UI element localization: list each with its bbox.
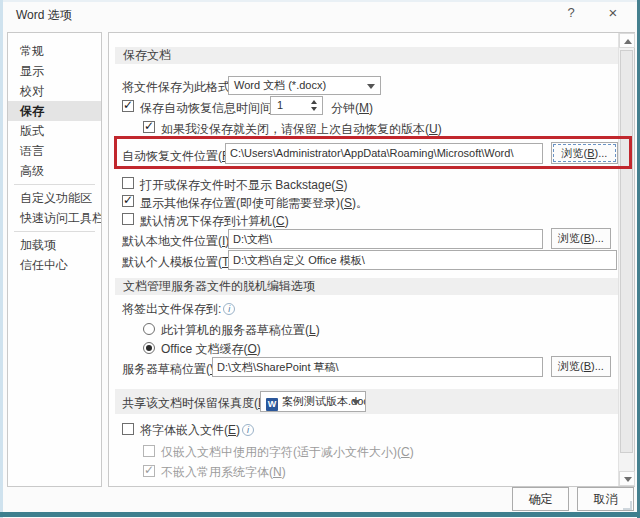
dialog-title: Word 选项 (16, 7, 72, 24)
info-icon (242, 424, 254, 436)
save-format-value: Word 文档 (*.docx) (234, 79, 326, 91)
resize-grip[interactable] (623, 501, 632, 510)
show-other-locations-label: 显示其他保存位置(即使可能需要登录)(S)。 (140, 195, 368, 212)
scroll-down-icon[interactable] (619, 471, 635, 486)
autosave-minutes-suffix: 分钟(M) (331, 100, 373, 117)
sidebar-separator (14, 231, 95, 232)
no-common-fonts-label: 不嵌入常用系统字体(N) (161, 464, 286, 481)
spinner-down-icon[interactable] (311, 107, 317, 111)
fidelity-document-select[interactable]: W案例测试版本.docx (260, 391, 366, 412)
sidebar-item-customize-ribbon[interactable]: 自定义功能区 (8, 188, 101, 208)
sidebar-item-proofing[interactable]: 校对 (8, 81, 101, 101)
save-format-select[interactable]: Word 文档 (*.docx) (228, 76, 381, 95)
spinner-up-icon[interactable] (311, 100, 317, 104)
sidebar-item-display[interactable]: 显示 (8, 61, 101, 81)
embed-fonts-label: 将字体嵌入文件(E) (140, 422, 254, 439)
sidebar-item-layout[interactable]: 版式 (8, 121, 101, 141)
section-header-offline-editing: 文档管理服务器文件的脱机编辑选项 (115, 278, 618, 295)
checkout-save-text: 将签出文件保存到: (122, 302, 221, 316)
embed-fonts-checkbox[interactable] (122, 423, 134, 435)
no-common-fonts-checkbox (143, 465, 155, 477)
info-icon (223, 303, 235, 315)
scrollbar-thumb[interactable] (620, 50, 633, 453)
word-doc-icon: W (266, 398, 278, 411)
sidebar-item-advanced[interactable]: 高级 (8, 161, 101, 181)
server-drafts-label: 此计算机的服务器草稿位置(L) (161, 322, 320, 339)
server-drafts-radio[interactable] (143, 323, 155, 335)
chevron-down-icon (352, 400, 360, 405)
default-template-location-label: 默认个人模板位置(T): (122, 254, 237, 271)
sidebar-item-addins[interactable]: 加载项 (8, 235, 101, 255)
close-icon[interactable]: × (602, 4, 624, 22)
save-to-computer-checkbox[interactable] (122, 213, 134, 225)
sidebar-separator (14, 184, 95, 185)
no-backstage-checkbox[interactable] (122, 177, 134, 189)
server-draft-location-input[interactable]: D:\文档\SharePoint 草稿\ (212, 357, 543, 377)
default-template-location-input[interactable]: D:\文档\自定义 Office 模板\ (228, 250, 617, 270)
fidelity-label: 共享该文档时保留保真度(D): (122, 395, 274, 412)
default-local-location-label: 默认本地文件位置(I): (122, 233, 233, 250)
autorecover-browse-button[interactable]: 浏览(B)... (551, 142, 618, 164)
sidebar-item-save[interactable]: 保存 (8, 101, 101, 121)
sidebar-item-trust-center[interactable]: 信任中心 (8, 255, 101, 275)
office-cache-label: Office 文档缓存(O) (161, 341, 261, 358)
ok-button[interactable]: 确定 (512, 487, 569, 511)
embed-fonts-text: 将字体嵌入文件(E) (140, 423, 240, 437)
vertical-scrollbar[interactable] (618, 33, 634, 486)
save-to-computer-label: 默认情况下保存到计算机(C) (140, 213, 289, 230)
keep-last-autosaved-checkbox[interactable] (143, 121, 155, 133)
sidebar-item-quick-access-toolbar[interactable]: 快速访问工具栏 (8, 208, 101, 228)
show-other-locations-checkbox[interactable] (122, 195, 134, 207)
embed-used-chars-checkbox (143, 445, 155, 457)
checkout-save-label: 将签出文件保存到: (122, 301, 235, 318)
draft-browse-button[interactable]: 浏览(B)... (551, 356, 611, 377)
help-icon[interactable]: ? (560, 4, 582, 22)
section-header-save-documents: 保存文档 (115, 47, 618, 64)
embed-used-chars-label: 仅嵌入文档中使用的字符(适于减小文件大小)(C) (161, 444, 414, 461)
autorecover-location-input[interactable]: C:\Users\Administrator\AppData\Roaming\M… (225, 143, 543, 164)
autosave-minutes-value: 1 (277, 97, 283, 114)
sidebar-item-general[interactable]: 常规 (8, 41, 101, 61)
autorecover-location-label: 自动恢复文件位置(R): (122, 148, 238, 165)
window-edge-top (0, 0, 640, 2)
office-cache-radio[interactable] (143, 342, 155, 354)
window-edge-left (0, 0, 3, 518)
autosave-minutes-stepper[interactable]: 1 (270, 96, 323, 115)
window-edge-bottom (0, 512, 640, 517)
local-browse-button[interactable]: 浏览(B)... (551, 228, 611, 249)
scroll-up-icon[interactable] (619, 33, 635, 48)
default-local-location-input[interactable]: D:\文档\ (228, 229, 543, 249)
chevron-down-icon (367, 84, 375, 89)
no-backstage-label: 打开或保存文件时不显示 Backstage(S) (140, 177, 347, 194)
sidebar-item-language[interactable]: 语言 (8, 141, 101, 161)
keep-last-autosaved-label: 如果我没保存就关闭，请保留上次自动恢复的版本(U) (161, 121, 442, 138)
autosave-interval-checkbox[interactable] (122, 100, 134, 112)
word-options-dialog: Word 选项 ? × 常规 显示 校对 保存 版式 语言 高级 自定义功能区 … (0, 0, 640, 518)
server-draft-location-label: 服务器草稿位置(V): (122, 361, 225, 378)
sidebar: 常规 显示 校对 保存 版式 语言 高级 自定义功能区 快速访问工具栏 加载项 … (7, 32, 102, 487)
